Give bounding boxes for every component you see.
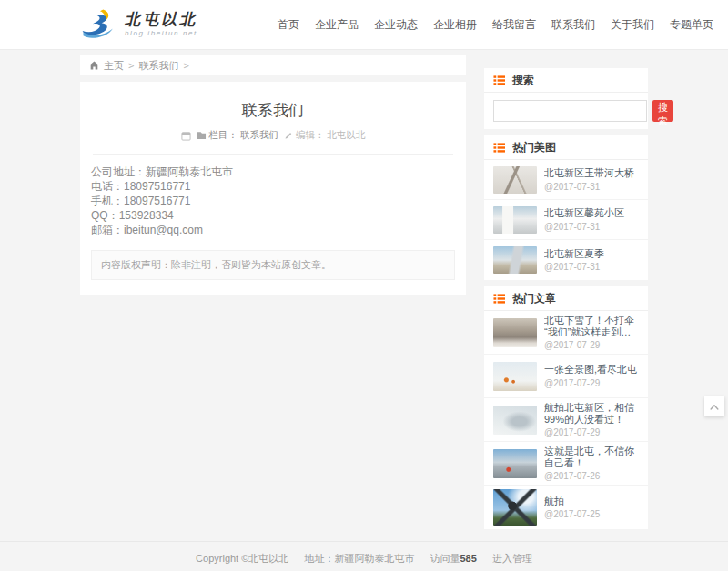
thumbnail-image bbox=[493, 246, 537, 274]
nav-item[interactable]: 给我留言 bbox=[492, 17, 536, 33]
list-icon bbox=[493, 142, 505, 154]
folder-icon bbox=[197, 131, 207, 140]
contact-line: 电话：18097516771 bbox=[91, 179, 455, 194]
hot-articles-list: 北屯下雪了！不打伞“我们”就这样走到一路到白头 @2017-07-29 一张全景… bbox=[484, 311, 648, 529]
list-item[interactable]: 北屯新区夏季 @2017-07-31 bbox=[484, 240, 648, 280]
item-date: @2017-07-25 bbox=[544, 509, 639, 519]
list-item[interactable]: 北屯新区馨苑小区 @2017-07-31 bbox=[484, 200, 648, 240]
search-button[interactable]: 搜索 bbox=[652, 100, 673, 122]
footer-visits-count: 585 bbox=[460, 553, 476, 564]
widget-header: 搜索 bbox=[484, 68, 648, 93]
item-title: 航拍北屯新区，相信99%的人没看过！ bbox=[544, 402, 639, 426]
item-title: 航拍 bbox=[544, 496, 639, 507]
divider bbox=[93, 154, 453, 155]
site-header: 北屯以北 blog.ibeitun.net 首页 企业产品 企业动态 企业相册 … bbox=[0, 0, 728, 50]
breadcrumb-home-link[interactable]: 主页 bbox=[104, 59, 124, 73]
item-date: @2017-07-31 bbox=[544, 182, 639, 192]
widget-title: 热门文章 bbox=[512, 291, 556, 306]
meta-category-label: 栏目： bbox=[209, 129, 238, 142]
breadcrumb-separator: > bbox=[183, 60, 188, 71]
item-date: @2017-07-29 bbox=[544, 378, 639, 388]
edit-icon bbox=[284, 131, 293, 140]
footer-admin-link[interactable]: 进入管理 bbox=[492, 553, 532, 564]
meta-category-value: 联系我们 bbox=[240, 129, 278, 142]
nav-item[interactable]: 关于我们 bbox=[611, 17, 654, 33]
list-icon bbox=[493, 293, 505, 305]
nav-item[interactable]: 企业产品 bbox=[315, 17, 359, 33]
item-title: 这就是北屯，不信你自己看！ bbox=[544, 446, 639, 470]
site-logo[interactable]: 北屯以北 blog.ibeitun.net bbox=[80, 8, 197, 41]
site-subtitle: blog.ibeitun.net bbox=[125, 29, 197, 37]
footer: Copyright ©北屯以北 地址：新疆阿勒泰北屯市 访问量585 进入管理 … bbox=[0, 541, 728, 571]
list-item[interactable]: 北屯下雪了！不打伞“我们”就这样走到一路到白头 @2017-07-29 bbox=[484, 311, 648, 355]
widget-header: 热门文章 bbox=[484, 286, 648, 311]
footer-address: 地址：新疆阿勒泰北屯市 bbox=[304, 553, 414, 564]
nav-item[interactable]: 联系我们 bbox=[551, 17, 595, 33]
item-title: 北屯下雪了！不打伞“我们”就这样走到一路到白头 bbox=[544, 315, 639, 339]
sidebar: 搜索 搜索 热门美图 北屯新区玉带河大桥 bbox=[484, 68, 648, 536]
nav-item[interactable]: 专题单页 bbox=[670, 17, 713, 33]
thumbnail-image bbox=[493, 318, 537, 347]
item-date: @2017-07-31 bbox=[544, 222, 639, 232]
page-content: 主页 > 联系我们 > 联系我们 栏目：联系我们 bbox=[80, 55, 648, 536]
item-title: 北屯新区夏季 bbox=[544, 248, 639, 260]
list-item[interactable]: 航拍 @2017-07-25 bbox=[484, 486, 648, 529]
item-title: 北屯新区馨苑小区 bbox=[544, 207, 639, 219]
meta-editor-value: 北屯以北 bbox=[328, 129, 366, 142]
thumbnail-image bbox=[493, 449, 537, 478]
logo-icon bbox=[80, 8, 118, 41]
item-date: @2017-07-29 bbox=[544, 340, 639, 350]
item-title: 北屯新区玉带河大桥 bbox=[544, 167, 639, 179]
back-to-top-button[interactable] bbox=[704, 396, 724, 416]
nav-item[interactable]: 首页 bbox=[278, 17, 299, 33]
article-card: 联系我们 栏目：联系我们 编辑：北屯以北 bbox=[80, 82, 466, 295]
hot-images-widget: 热门美图 北屯新区玉带河大桥 @2017-07-31 北屯新区馨苑小区 @201… bbox=[484, 135, 648, 280]
page-title: 联系我们 bbox=[91, 100, 455, 121]
widget-title: 搜索 bbox=[512, 73, 534, 88]
breadcrumb: 主页 > 联系我们 > bbox=[80, 55, 466, 75]
list-icon bbox=[493, 75, 505, 86]
meta-editor-label: 编辑： bbox=[296, 129, 325, 142]
widget-header: 热门美图 bbox=[484, 135, 648, 160]
item-title: 一张全景图,看尽北屯 bbox=[544, 364, 639, 376]
footer-copyright: Copyright ©北屯以北 bbox=[196, 553, 288, 564]
widget-title: 热门美图 bbox=[512, 140, 556, 155]
chevron-up-icon bbox=[709, 403, 720, 411]
thumbnail-image bbox=[493, 206, 537, 234]
item-date: @2017-07-31 bbox=[544, 262, 639, 272]
contact-info: 公司地址：新疆阿勒泰北屯市 电话：18097516771 手机：18097516… bbox=[91, 165, 455, 237]
list-item[interactable]: 北屯新区玉带河大桥 @2017-07-31 bbox=[484, 160, 648, 200]
main-nav: 首页 企业产品 企业动态 企业相册 给我留言 联系我们 关于我们 专题单页 bbox=[278, 17, 713, 33]
footer-visits: 访问量585 bbox=[430, 553, 476, 564]
copyright-notice: 内容版权声明：除非注明，否则皆为本站原创文章。 bbox=[91, 250, 455, 280]
breadcrumb-current-link[interactable]: 联系我们 bbox=[138, 59, 178, 73]
item-date: @2017-07-26 bbox=[544, 471, 639, 481]
search-input[interactable] bbox=[493, 100, 647, 122]
nav-item[interactable]: 企业动态 bbox=[374, 17, 418, 33]
contact-line: 邮箱：ibeitun@qq.com bbox=[91, 223, 455, 237]
hot-articles-widget: 热门文章 北屯下雪了！不打伞“我们”就这样走到一路到白头 @2017-07-29… bbox=[484, 286, 648, 529]
site-title: 北屯以北 bbox=[125, 12, 197, 29]
hot-images-list: 北屯新区玉带河大桥 @2017-07-31 北屯新区馨苑小区 @2017-07-… bbox=[484, 160, 648, 280]
contact-line: 公司地址：新疆阿勒泰北屯市 bbox=[91, 165, 455, 179]
list-item[interactable]: 航拍北屯新区，相信99%的人没看过！ @2017-07-29 bbox=[484, 398, 648, 442]
thumbnail-image bbox=[493, 166, 537, 194]
thumbnail-image bbox=[493, 406, 537, 435]
breadcrumb-separator: > bbox=[128, 60, 134, 71]
home-icon bbox=[89, 61, 99, 70]
calendar-icon bbox=[181, 131, 191, 141]
item-date: @2017-07-29 bbox=[544, 427, 639, 437]
contact-line: 手机：18097516771 bbox=[91, 194, 455, 208]
list-item[interactable]: 一张全景图,看尽北屯 @2017-07-29 bbox=[484, 355, 648, 398]
thumbnail-image bbox=[493, 362, 537, 391]
nav-item[interactable]: 企业相册 bbox=[433, 17, 477, 33]
list-item[interactable]: 这就是北屯，不信你自己看！ @2017-07-26 bbox=[484, 442, 648, 486]
article-meta: 栏目：联系我们 编辑：北屯以北 bbox=[91, 129, 455, 142]
search-widget: 搜索 搜索 bbox=[484, 68, 648, 129]
thumbnail-image bbox=[493, 489, 537, 526]
contact-line: QQ：153928334 bbox=[91, 208, 455, 223]
